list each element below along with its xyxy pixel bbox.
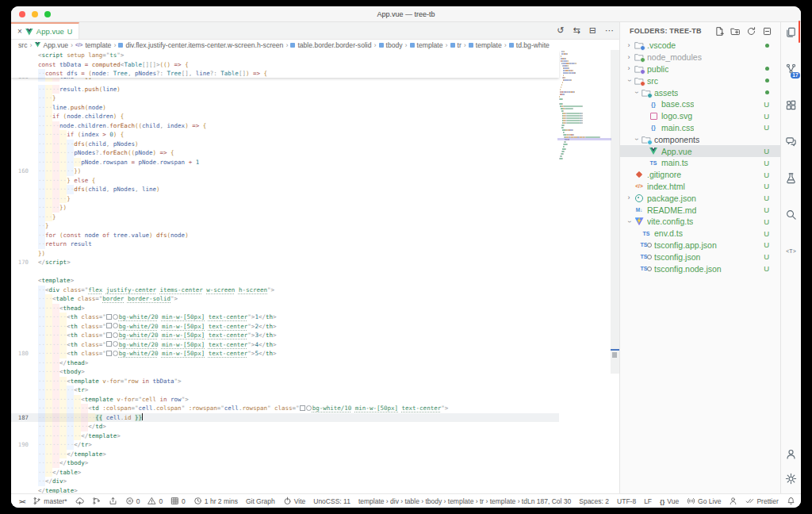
code-line[interactable]: </template>: [11, 486, 559, 494]
code-line[interactable]: ····</table>: [11, 468, 559, 478]
activity-search-icon[interactable]: [781, 201, 800, 227]
code-line[interactable]: ············<template v-for="cell in row…: [11, 395, 559, 405]
status-time-tracker[interactable]: 1 hr 2 mins: [193, 497, 238, 505]
code-line[interactable]: ······node.children.forEach((child, inde…: [11, 121, 559, 131]
activity-testing-icon[interactable]: [781, 165, 800, 190]
status-git-graph-view[interactable]: [92, 497, 101, 505]
code-line[interactable]: ······<tbody>: [11, 367, 559, 377]
tree-item-node-modules[interactable]: ›node_modules: [620, 52, 780, 63]
code-line[interactable]: ··</div>: [11, 477, 559, 486]
status-element-path[interactable]: template › div › table › tbody › templat…: [358, 497, 527, 505]
tree-item-tsconfig-app-json[interactable]: TStsconfig.app.jsonU: [620, 240, 780, 251]
code-line[interactable]: ··········dfs(child, pNodes, line): [11, 185, 559, 194]
breadcrumb-item[interactable]: src: [18, 41, 27, 49]
code-line[interactable]: ······<thead>: [11, 304, 559, 313]
breadcrumb-item[interactable]: template: [410, 41, 443, 49]
status-todo-counter[interactable]: 0: [170, 497, 186, 505]
tree-item-logo-svg[interactable]: logo.svgU: [620, 110, 780, 122]
code-line[interactable]: ····if (node.children) {: [11, 112, 559, 121]
code-line[interactable]: <script setup lang="ts">: [11, 51, 559, 60]
code-line[interactable]: ········<th class="bg-white/20 min-w-[50…: [11, 322, 559, 332]
code-line[interactable]: ············</template>: [11, 432, 559, 441]
code-line[interactable]: ··············</td>: [11, 422, 559, 432]
code-line[interactable]: ··········dfs(child, pNodes): [11, 140, 559, 149]
status-accounts-status[interactable]: [729, 497, 737, 505]
code-line[interactable]: ····}: [11, 213, 559, 222]
code-line[interactable]: ······</thead>: [11, 359, 559, 368]
tree-item-base-css[interactable]: {}base.cssU: [620, 98, 780, 110]
code-line[interactable]: ··return result: [11, 240, 559, 249]
close-window-button[interactable]: [19, 11, 25, 17]
activity-i18n-icon[interactable]: <T>: [781, 238, 800, 263]
status-vite-plugin[interactable]: Vite: [283, 497, 306, 505]
new-folder-button[interactable]: [730, 26, 741, 36]
code-line[interactable]: [11, 267, 559, 277]
tree-item-index-html[interactable]: </>index.htmlU: [620, 181, 780, 193]
activity-explorer-icon[interactable]: [781, 19, 800, 44]
breadcrumb-item[interactable]: template: [469, 41, 502, 49]
breadcrumb-item[interactable]: </>template: [75, 41, 111, 49]
tree-item-components[interactable]: ›components: [620, 133, 780, 145]
status-git-branch[interactable]: master*: [33, 497, 67, 505]
status-go-live[interactable]: Go Live: [687, 497, 721, 505]
new-file-button[interactable]: [714, 26, 725, 36]
tree-item-package-json[interactable]: ›package.jsonU: [620, 192, 780, 204]
code-editor[interactable]: 150······line = []······result.push(line…: [11, 50, 619, 493]
code-line[interactable]: ··const dfs = (node: Tree, pNodes?: Tree…: [11, 69, 559, 79]
activity-settings-icon[interactable]: [781, 466, 800, 491]
status-encoding[interactable]: UTF-8: [617, 497, 636, 505]
status-indentation[interactable]: Spaces: 2: [579, 497, 609, 505]
zoom-window-button[interactable]: [44, 11, 51, 17]
code-line[interactable]: ··<div class="flex justify-center items-…: [11, 286, 559, 295]
code-line[interactable]: ········<th class="bg-white/20 min-w-[50…: [11, 313, 559, 322]
tree-item-env-d-ts[interactable]: TSenv.d.tsU: [620, 228, 780, 240]
tree-item-main-css[interactable]: {}main.cssU: [620, 122, 780, 134]
code-line[interactable]: ··········pNodes?.forEach((pNode) => {: [11, 148, 559, 158]
status-cursor-position[interactable]: Ln 187, Col 30: [527, 497, 571, 505]
code-line[interactable]: ············pNode.rowspan = pNode.rowspa…: [11, 158, 559, 167]
tree-item-public[interactable]: ›public: [620, 63, 780, 75]
code-line[interactable]: ········<template v-for="row in tbData">: [11, 377, 559, 386]
minimize-window-button[interactable]: [32, 11, 38, 17]
tree-item-tsconfig-json[interactable]: TStsconfig.jsonU: [620, 251, 780, 263]
tree-item-tsconfig-node-json[interactable]: TStsconfig.node.jsonU: [620, 263, 780, 274]
activity-extensions-icon[interactable]: [781, 92, 800, 117]
activity-accounts-icon[interactable]: [781, 441, 800, 466]
tree-item-src[interactable]: ›src: [620, 75, 780, 86]
status-notifications-bell[interactable]: [787, 497, 795, 505]
status-prettier[interactable]: Prettier: [745, 497, 778, 505]
refresh-explorer-button[interactable]: [746, 26, 756, 36]
code-line[interactable]: 180········<th class="bg-white/20 min-w-…: [11, 349, 559, 359]
code-line[interactable]: <template>: [11, 276, 559, 286]
breadcrumb-item[interactable]: td.bg-white: [509, 41, 550, 49]
compare-changes-icon[interactable]: ⇆: [573, 26, 580, 35]
editor-scrollbar[interactable]: [611, 50, 619, 493]
code-line[interactable]: ··········<tr>: [11, 386, 559, 395]
code-line[interactable]: ······}): [11, 203, 559, 213]
breadcrumb-item[interactable]: tr: [450, 41, 462, 49]
status-publish-changes[interactable]: [75, 497, 84, 505]
code-line[interactable]: ········<th class="bg-white/20 min-w-[50…: [11, 331, 559, 340]
collapse-folders-button[interactable]: [762, 26, 772, 36]
split-editor-icon[interactable]: ⊟: [589, 26, 596, 35]
status-share-action[interactable]: [109, 497, 117, 505]
code-line[interactable]: 190··········</tr>: [11, 440, 559, 450]
tree-item-readme-md[interactable]: M↓README.mdU: [620, 204, 780, 216]
tree-item-assets[interactable]: ›assets: [620, 86, 780, 98]
code-line[interactable]: ········if (index > 0) {: [11, 130, 559, 140]
code-line[interactable]: ··}: [11, 221, 559, 231]
breadcrumb-item[interactable]: table.border.border-solid: [290, 41, 371, 49]
breadcrumb-item[interactable]: tbody: [379, 41, 403, 49]
status-language-mode[interactable]: {}Vue: [660, 497, 679, 505]
code-line[interactable]: ··for (const node of tree.value) dfs(nod…: [11, 231, 559, 240]
more-actions-icon[interactable]: ⋯: [605, 26, 614, 35]
code-line[interactable]: ········} else {: [11, 176, 559, 186]
code-line[interactable]: ··············<td :colspan="cell.colspan…: [11, 404, 559, 413]
status-git-graph[interactable]: Git Graph: [246, 497, 275, 505]
code-line[interactable]: }): [11, 249, 559, 259]
timeline-icon[interactable]: ↺: [557, 26, 564, 35]
tree-item-vite-config-ts[interactable]: ›vite.config.tsU: [620, 216, 780, 228]
activity-chat-icon[interactable]: [781, 128, 800, 154]
code-line[interactable]: ····line.push(node): [11, 103, 559, 113]
status-unocss-status[interactable]: UnoCSS: 11: [313, 497, 350, 505]
